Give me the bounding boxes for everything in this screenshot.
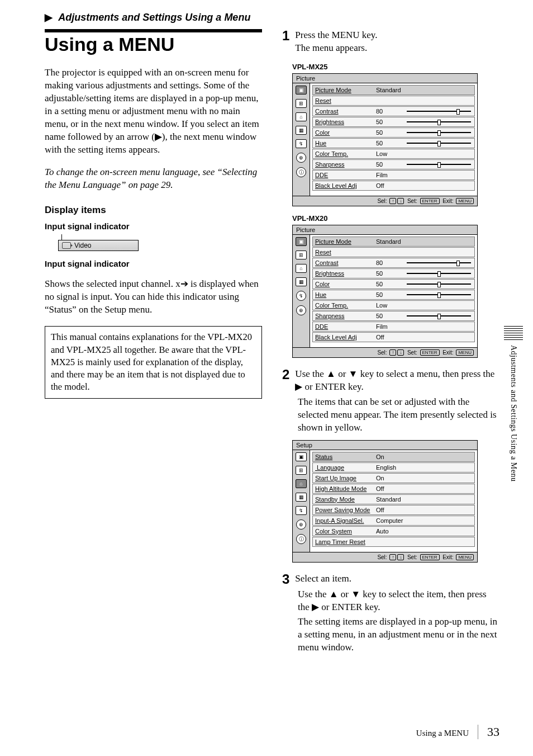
osd-row-label: Status — [313, 453, 374, 460]
osd-category-icon: ⌂ — [296, 264, 307, 273]
step3-line1: Select an item. — [295, 573, 351, 586]
osd-category-icon: ⊞ — [296, 251, 307, 259]
osd-category-icon: ↯ — [296, 506, 307, 515]
osd-row: Contrast80 — [312, 258, 475, 268]
osd-row-label: Picture Mode — [313, 238, 374, 245]
input-indicator-label: Input signal indicator — [45, 221, 262, 231]
step-1: 1 Press the MENU key. The menu appears. — [282, 29, 499, 55]
osd-row-value: Auto — [374, 528, 407, 535]
osd-category-icon: ⌂ — [296, 112, 307, 121]
osd-row-value: Standard — [374, 496, 407, 503]
osd-row: StatusOn — [312, 452, 475, 462]
display-items-heading: Display items — [45, 205, 262, 216]
osd-category-icon: ▣ — [296, 452, 307, 461]
osd-row: High Altitude ModeOff — [312, 484, 475, 494]
osd-category-icon: ⊕ — [296, 305, 306, 315]
osd-title: Picture — [293, 225, 477, 235]
osd-row-value: Standard — [374, 238, 407, 245]
step-2: 2 Use the ▲ or ▼ key to select a menu, t… — [282, 368, 499, 394]
osd-row-label: Reset — [313, 97, 374, 104]
osd-row-label: Input-A SignalSel. — [313, 517, 374, 524]
osd-icon-strip: ▣⊞⌂▦↯⊕ⓘ — [293, 83, 310, 196]
osd-row-value: Off — [374, 507, 407, 513]
model-label-mx25: VPL-MX25 — [292, 63, 499, 71]
osd-row: Contrast80 — [312, 106, 475, 116]
osd-row-label: Color — [313, 281, 374, 287]
osd-row-label: Color — [313, 129, 374, 136]
osd-slider — [407, 119, 471, 125]
osd-row-label: Reset — [313, 249, 374, 256]
osd-icon-strip: ▣⊞⌂▦↯⊕ⓘ — [293, 450, 310, 552]
osd-row-label: DDE — [313, 172, 374, 178]
osd-slider — [407, 108, 471, 114]
step-number: 3 — [282, 573, 289, 586]
osd-category-icon: ▣ — [296, 86, 307, 94]
osd-row-value: Film — [374, 323, 407, 330]
osd-row-value: 80 — [374, 108, 407, 115]
osd-category-icon: ⊕ — [296, 153, 306, 163]
input-indicator-heading: Input signal indicator — [45, 259, 262, 268]
osd-row-label: Lamp Timer Reset — [313, 538, 374, 545]
osd-row-value: 50 — [374, 270, 407, 277]
input-indicator-body: Shows the selected input channel. x➔ is … — [45, 278, 262, 316]
osd-row-value: 50 — [374, 281, 407, 287]
osd-row-label: High Altitude Mode — [313, 485, 374, 492]
osd-row: Hue50 — [312, 290, 475, 300]
osd-row-value: Low — [374, 150, 407, 157]
osd-row-value: Off — [374, 182, 407, 189]
osd-row-label: Picture Mode — [313, 87, 374, 93]
osd-title: Setup — [293, 441, 477, 450]
osd-row: Standby ModeStandard — [312, 494, 475, 504]
osd-row-value: 50 — [374, 119, 407, 125]
osd-row-label: Contrast — [313, 108, 374, 115]
osd-row-label: Brightness — [313, 270, 374, 277]
osd-row-label: Contrast — [313, 259, 374, 266]
osd-row: Input-A SignalSel.Computer — [312, 516, 475, 526]
osd-row-value: On — [374, 475, 407, 481]
osd-category-icon: ⓘ — [296, 167, 306, 177]
osd-slider — [407, 130, 471, 135]
osd-slider — [407, 313, 471, 319]
step2-line1: Use the ▲ or ▼ key to select a menu, the… — [295, 368, 499, 394]
osd-row-label: Color System — [313, 528, 374, 535]
osd-row-value: Off — [374, 485, 407, 492]
osd-row-label: Language — [313, 464, 374, 471]
osd-row-value: 80 — [374, 259, 407, 266]
osd-row-label: Sharpness — [313, 161, 374, 168]
osd-category-icon: ⓘ — [296, 534, 306, 544]
page-footer: Using a MENU 33 — [416, 725, 499, 739]
osd-footer: Sel: ↑↓ Set: ENTER Exit: MENU — [293, 552, 477, 562]
osd-row: DDEFilm — [312, 322, 475, 332]
intro-note: To change the on-screen menu language, s… — [45, 166, 262, 192]
step-3: 3 Select an item. — [282, 573, 499, 586]
video-indicator: Video — [58, 234, 262, 251]
model-label-mx20: VPL-MX20 — [292, 214, 499, 223]
osd-slider — [407, 281, 471, 287]
osd-row-value: 50 — [374, 291, 407, 298]
osd-row-label: Black Level Adj — [313, 182, 374, 189]
step-number: 2 — [282, 368, 289, 394]
osd-category-icon: ⊞ — [296, 99, 307, 108]
osd-row: Start Up ImageOn — [312, 473, 475, 483]
osd-row: Brightness50 — [312, 117, 475, 127]
osd-row: Color SystemAuto — [312, 526, 475, 536]
osd-footer: Sel: ↑↓ Set: ENTER Exit: MENU — [293, 196, 477, 206]
osd-row-label: Hue — [313, 140, 374, 147]
osd-category-icon: ↯ — [296, 139, 307, 148]
osd-row-value: Standard — [374, 87, 407, 93]
osd-row: Color Temp.Low — [312, 149, 475, 159]
osd-row-value: 50 — [374, 313, 407, 319]
osd-slider — [407, 292, 471, 297]
section-heading: ▶ Adjustments and Settings Using a Menu — [45, 11, 499, 23]
osd-row-value: Computer — [374, 517, 407, 524]
osd-category-icon: ⌂ — [296, 479, 307, 488]
osd-category-icon: ↯ — [296, 291, 306, 301]
osd-picture-mx20: Picture▣⊞⌂▦↯⊕Picture ModeStandardResetCo… — [292, 225, 478, 358]
osd-footer: Sel: ↑↓ Set: ENTER Exit: MENU — [293, 347, 477, 357]
osd-row: Reset — [312, 96, 475, 106]
section-heading-text: Adjustments and Settings Using a Menu — [58, 12, 250, 23]
osd-row: Color Temp.Low — [312, 300, 475, 310]
osd-row-value: Film — [374, 172, 407, 178]
intro-paragraph: The projector is equipped with an on-scr… — [45, 67, 262, 157]
osd-category-icon: ▣ — [296, 237, 307, 246]
